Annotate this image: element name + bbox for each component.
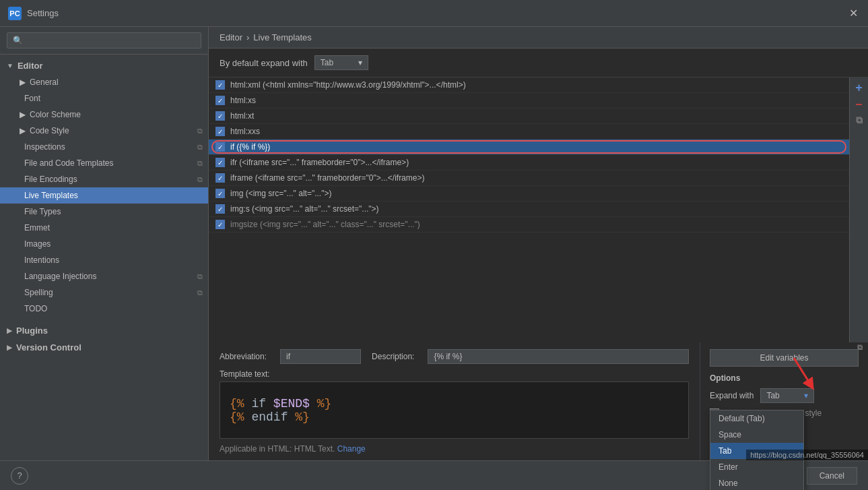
item-text: html:xxs xyxy=(230,127,260,136)
item-checkbox[interactable]: ✓ xyxy=(215,111,225,121)
tpl-endif: endif xyxy=(251,410,295,424)
expand-icon: ▶ xyxy=(18,126,27,135)
item-checkbox[interactable]: ✓ xyxy=(215,127,225,136)
dropdown-arrow-icon: ▾ xyxy=(804,391,808,400)
window-title: Settings xyxy=(27,8,59,18)
tpl-close-brace2: %} xyxy=(295,410,310,424)
list-item[interactable]: ✓ html:xt xyxy=(209,109,849,124)
list-item-selected[interactable]: ✓ if ({% if %}) xyxy=(209,140,849,155)
item-checkbox[interactable]: ✓ xyxy=(215,158,225,167)
sidebar-group-plugins[interactable]: ▶ Plugins xyxy=(0,322,208,339)
sidebar-item-languageinjections[interactable]: Language Injections ⧉ xyxy=(0,268,208,284)
remove-template-button[interactable]: – xyxy=(852,96,867,111)
list-item[interactable]: ✓ imgsize (<img src="..." alt="..." clas… xyxy=(209,217,849,233)
sidebar-group-vcs-label: Version Control xyxy=(16,342,81,353)
sidebar-item-label: TODO xyxy=(24,304,47,313)
search-input[interactable] xyxy=(7,32,201,49)
item-text: html:xml (<html xmlns="http://www.w3.org… xyxy=(230,80,466,90)
sidebar-item-emmet[interactable]: Emmet xyxy=(0,220,208,236)
item-text: img:s (<img src="..." alt="..." srcset="… xyxy=(230,204,379,214)
item-text: imgsize (<img src="..." alt="..." class=… xyxy=(230,220,420,229)
sidebar: ▼ Editor ▶ General Font ▶ Color Scheme ▶… xyxy=(0,27,209,460)
abbreviation-input[interactable] xyxy=(280,349,361,364)
item-checkbox[interactable]: ✓ xyxy=(215,204,225,214)
sidebar-group-editor-label: Editor xyxy=(18,61,43,71)
item-checkbox[interactable]: ✓ xyxy=(215,173,225,183)
item-checkbox[interactable]: ✓ xyxy=(215,189,225,198)
edit-variables-button[interactable]: Edit variables xyxy=(710,349,859,367)
sidebar-item-label: Font xyxy=(24,94,40,103)
expand-icon: ▶ xyxy=(18,110,27,119)
list-item[interactable]: ✓ iframe (<iframe src="..." frameborder=… xyxy=(209,171,849,186)
sidebar-item-label: File and Code Templates xyxy=(24,158,114,168)
item-text: ifr (<iframe src="..." frameborder="0">.… xyxy=(230,158,409,167)
sidebar-group-editor[interactable]: ▼ Editor xyxy=(0,57,208,74)
item-checkbox[interactable]: ✓ xyxy=(215,80,225,90)
sidebar-item-label: Spelling xyxy=(24,288,53,297)
template-line1: {% if $END$ %} xyxy=(230,397,679,410)
sidebar-item-label: Emmet xyxy=(24,223,50,233)
dropdown-option-default[interactable]: Default (Tab) xyxy=(710,410,803,427)
sidebar-item-general[interactable]: ▶ General xyxy=(0,74,208,90)
sidebar-group-vcs[interactable]: ▶ Version Control ⧉ xyxy=(0,339,208,356)
sidebar-group-plugins-label: Plugins xyxy=(16,326,48,336)
description-input[interactable] xyxy=(428,349,689,364)
add-template-button[interactable]: + xyxy=(852,80,867,95)
sidebar-item-inspections[interactable]: Inspections ⧉ xyxy=(0,139,208,155)
sidebar-item-filetypes[interactable]: File Types xyxy=(0,204,208,220)
item-checkbox[interactable]: ✓ xyxy=(215,96,225,105)
sidebar-item-spelling[interactable]: Spelling ⧉ xyxy=(0,284,208,301)
cancel-button[interactable]: Cancel xyxy=(807,467,857,485)
sidebar-section-editor: ▼ Editor ▶ General Font ▶ Color Scheme ▶… xyxy=(0,55,208,319)
item-checkbox[interactable]: ✓ xyxy=(215,220,225,229)
help-button[interactable]: ? xyxy=(11,467,28,485)
applicable-change-link[interactable]: Change xyxy=(337,444,366,454)
sidebar-item-label: Live Templates xyxy=(24,191,78,200)
sidebar-item-label: Inspections xyxy=(24,142,65,152)
sidebar-item-images[interactable]: Images xyxy=(0,236,208,252)
template-line2: {% endif %} xyxy=(230,410,679,424)
close-button[interactable]: ✕ xyxy=(846,7,860,20)
sidebar-item-fileencodings[interactable]: File Encodings ⧉ xyxy=(0,171,208,187)
sidebar-item-livetemplates[interactable]: Live Templates xyxy=(0,187,208,204)
copy-icon: ⧉ xyxy=(197,127,203,135)
sidebar-item-label: File Encodings xyxy=(24,175,77,184)
sidebar-item-label: Language Injections xyxy=(24,272,96,281)
copy-template-button[interactable]: ⧉ xyxy=(852,113,867,127)
lt-list: ✓ html:xml (<html xmlns="http://www.w3.o… xyxy=(209,78,849,342)
expand-with-dropdown[interactable]: Tab ▾ xyxy=(760,388,814,403)
sidebar-item-intentions[interactable]: Intentions xyxy=(0,252,208,268)
tpl-if-keyword: if xyxy=(251,397,273,410)
list-item[interactable]: ✓ img:s (<img src="..." alt="..." srcset… xyxy=(209,202,849,217)
sidebar-item-label: Code Style xyxy=(30,126,69,135)
titlebar: PC Settings ✕ xyxy=(0,0,868,27)
sidebar-item-label: Images xyxy=(24,239,51,249)
list-item[interactable]: ✓ ifr (<iframe src="..." frameborder="0"… xyxy=(209,155,849,171)
dropdown-option-space[interactable]: Space xyxy=(710,427,803,443)
list-item[interactable]: ✓ html:xs xyxy=(209,93,849,109)
copy-icon: ⧉ xyxy=(197,288,203,297)
list-item[interactable]: ✓ html:xml (<html xmlns="http://www.w3.o… xyxy=(209,78,849,93)
collapse-triangle: ▼ xyxy=(7,62,13,69)
bottom-content: Abbreviation: Description: Template text… xyxy=(209,342,868,460)
sidebar-item-filetemplates[interactable]: File and Code Templates ⧉ xyxy=(0,155,208,171)
abbrev-desc-row: Abbreviation: Description: xyxy=(220,349,689,364)
sidebar-item-label: File Types xyxy=(24,207,61,216)
sidebar-search-container xyxy=(0,27,208,55)
content-area: Editor › Live Templates By default expan… xyxy=(209,27,868,460)
sidebar-item-todo[interactable]: TODO xyxy=(0,301,208,317)
breadcrumb-parent: Editor xyxy=(220,32,242,42)
sidebar-item-codestyle[interactable]: ▶ Code Style ⧉ xyxy=(0,123,208,139)
list-item[interactable]: ✓ html:xxs xyxy=(209,124,849,140)
copy-icon: ⧉ xyxy=(197,143,203,152)
item-checkbox[interactable]: ✓ xyxy=(215,142,225,152)
expand-with-label: Expand with xyxy=(710,391,754,400)
item-text: html:xt xyxy=(230,111,254,121)
main-layout: ▼ Editor ▶ General Font ▶ Color Scheme ▶… xyxy=(0,27,868,460)
sidebar-item-font[interactable]: Font xyxy=(0,90,208,106)
template-text-area[interactable]: {% if $END$ %} {% endif %} xyxy=(220,381,689,439)
sidebar-item-colorscheme[interactable]: ▶ Color Scheme xyxy=(0,106,208,123)
expand-with-row: Expand with xyxy=(710,388,859,403)
list-item[interactable]: ✓ img (<img src="..." alt="...">) xyxy=(209,186,849,202)
expand-dropdown[interactable]: Tab ▾ xyxy=(314,55,368,70)
